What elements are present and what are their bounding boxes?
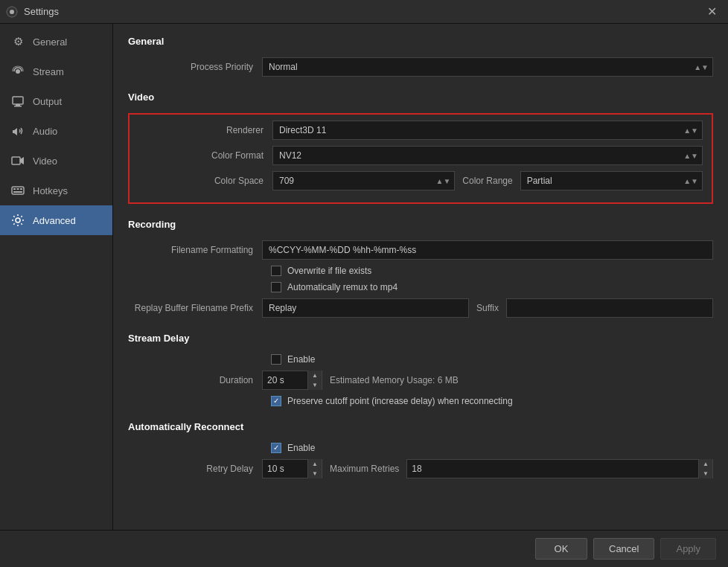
retry-delay-increment-button[interactable]: ▲	[308, 459, 322, 469]
replay-suffix-label: Suffix	[469, 303, 506, 313]
max-retries-input[interactable]	[407, 461, 698, 477]
sidebar-item-hotkeys[interactable]: Hotkeys	[0, 176, 112, 205]
overwrite-row: Overwrite if file exists	[271, 266, 713, 276]
close-button[interactable]: ✕	[701, 1, 722, 22]
recording-section-title: Recording	[128, 219, 713, 233]
auto-reconnect-enable-checkbox[interactable]: ✓	[271, 443, 281, 453]
remux-checkbox[interactable]	[271, 282, 281, 292]
duration-input[interactable]	[263, 372, 307, 388]
remux-label: Automatically remux to mp4	[287, 282, 397, 292]
video-section-title: Video	[128, 92, 713, 106]
sidebar-label-stream: Stream	[33, 66, 64, 77]
replay-prefix-input[interactable]	[262, 298, 469, 318]
hotkeys-icon	[10, 183, 25, 198]
ok-button[interactable]: OK	[535, 538, 587, 560]
renderer-row: Renderer Direct3D 11 OpenGL ▲▼	[138, 121, 703, 140]
titlebar-left: Settings	[6, 6, 59, 18]
preserve-checkbox[interactable]: ✓	[271, 396, 281, 406]
color-format-row: Color Format NV12 I420 I444 RGB ▲▼	[138, 146, 703, 165]
stream-delay-section: Stream Delay Enable Duration ▲ ▼ Esti	[128, 333, 713, 406]
content-area: General Process Priority Normal Above No…	[113, 24, 728, 530]
color-space-row: Color Space 709 601 2100 (PQ) 2100 (HLG)…	[138, 171, 703, 190]
duration-decrement-button[interactable]: ▼	[308, 380, 322, 390]
sidebar-item-video[interactable]: Video	[0, 146, 112, 176]
renderer-label: Renderer	[138, 125, 272, 135]
process-priority-select-wrapper: Normal Above Normal High Realtime Below …	[262, 57, 713, 77]
svg-point-12	[16, 218, 20, 222]
max-retries-decrement-button[interactable]: ▼	[699, 469, 712, 478]
auto-reconnect-check-mark: ✓	[273, 444, 279, 452]
stream-icon	[10, 64, 25, 79]
retry-delay-decrement-button[interactable]: ▼	[308, 469, 322, 478]
replay-row: Replay Buffer Filename Prefix Suffix	[128, 298, 713, 318]
filename-input[interactable]	[262, 240, 713, 260]
color-space-range-group: 709 601 2100 (PQ) 2100 (HLG) ▲▼ Color Ra…	[272, 171, 703, 190]
filename-row: Filename Formatting	[128, 240, 713, 260]
sidebar-label-advanced: Advanced	[33, 215, 76, 226]
svg-rect-11	[13, 191, 22, 193]
overwrite-checkbox[interactable]	[271, 266, 281, 276]
svg-rect-9	[17, 188, 19, 190]
duration-row: Duration ▲ ▼ Estimated Memory Usage: 6 M…	[128, 371, 713, 390]
sidebar: ⚙ General Stream	[0, 24, 113, 530]
replay-suffix-input[interactable]	[506, 298, 713, 318]
recording-section: Recording Filename Formatting Overwrite …	[128, 219, 713, 318]
filename-label: Filename Formatting	[128, 245, 262, 255]
cancel-button[interactable]: Cancel	[593, 538, 654, 560]
general-section: General Process Priority Normal Above No…	[128, 36, 713, 77]
svg-rect-5	[14, 106, 22, 107]
retry-row: Retry Delay ▲ ▼ Maximum Retries ▲ ▼	[128, 459, 713, 478]
preserve-label: Preserve cutoff point (increase delay) w…	[287, 396, 513, 406]
auto-reconnect-section: Automatically Reconnect ✓ Enable Retry D…	[128, 421, 713, 478]
process-priority-label: Process Priority	[128, 62, 262, 72]
svg-rect-6	[12, 157, 20, 164]
svg-point-1	[10, 10, 14, 14]
color-format-label: Color Format	[138, 150, 272, 161]
remux-row: Automatically remux to mp4	[271, 282, 713, 292]
auto-reconnect-enable-row: ✓ Enable	[271, 443, 713, 453]
app-icon	[6, 6, 18, 18]
color-range-label: Color Range	[455, 176, 520, 186]
video-section: Video Renderer Direct3D 11 OpenGL ▲▼ Col	[128, 92, 713, 204]
color-range-select[interactable]: Partial Full	[520, 171, 703, 190]
sidebar-label-hotkeys: Hotkeys	[33, 185, 68, 196]
color-format-select-wrapper: NV12 I420 I444 RGB ▲▼	[272, 146, 703, 165]
memory-info: Estimated Memory Usage: 6 MB	[322, 375, 459, 385]
sidebar-label-output: Output	[33, 96, 62, 107]
sidebar-item-advanced[interactable]: Advanced	[0, 205, 112, 235]
audio-icon	[10, 124, 25, 138]
color-format-select[interactable]: NV12 I420 I444 RGB	[272, 146, 703, 165]
footer: OK Cancel Apply	[0, 530, 728, 567]
stream-delay-enable-row: Enable	[271, 354, 713, 365]
sidebar-item-audio[interactable]: Audio	[0, 116, 112, 146]
stream-delay-title: Stream Delay	[128, 333, 713, 347]
apply-button[interactable]: Apply	[660, 538, 716, 560]
retry-delay-spinner: ▲ ▼	[262, 459, 322, 478]
svg-rect-10	[20, 188, 22, 190]
sidebar-item-output[interactable]: Output	[0, 86, 112, 116]
renderer-select-wrapper: Direct3D 11 OpenGL ▲▼	[272, 121, 703, 140]
preserve-check-mark: ✓	[273, 397, 279, 405]
max-retries-increment-button[interactable]: ▲	[699, 459, 712, 469]
svg-rect-3	[13, 97, 23, 104]
sidebar-item-stream[interactable]: Stream	[0, 57, 112, 86]
color-space-select[interactable]: 709 601 2100 (PQ) 2100 (HLG)	[272, 171, 455, 190]
sidebar-label-audio: Audio	[33, 126, 57, 137]
titlebar: Settings ✕	[0, 0, 728, 24]
color-range-select-wrapper: Partial Full ▲▼	[520, 171, 703, 190]
svg-rect-7	[12, 187, 24, 194]
retry-delay-label: Retry Delay	[128, 464, 262, 474]
color-space-select-wrapper: 709 601 2100 (PQ) 2100 (HLG) ▲▼	[272, 171, 455, 190]
gear-icon: ⚙	[10, 34, 25, 49]
renderer-select[interactable]: Direct3D 11 OpenGL	[272, 121, 703, 140]
retry-delay-input[interactable]	[263, 461, 307, 477]
video-icon	[10, 153, 25, 168]
max-retries-spinner: ▲ ▼	[406, 459, 713, 478]
svg-rect-8	[13, 188, 16, 190]
stream-delay-enable-checkbox[interactable]	[271, 354, 281, 365]
max-retries-label: Maximum Retries	[322, 464, 406, 474]
process-priority-select[interactable]: Normal Above Normal High Realtime Below …	[262, 57, 713, 77]
sidebar-item-general[interactable]: ⚙ General	[0, 27, 112, 57]
duration-increment-button[interactable]: ▲	[308, 371, 322, 380]
color-space-label: Color Space	[138, 176, 272, 186]
